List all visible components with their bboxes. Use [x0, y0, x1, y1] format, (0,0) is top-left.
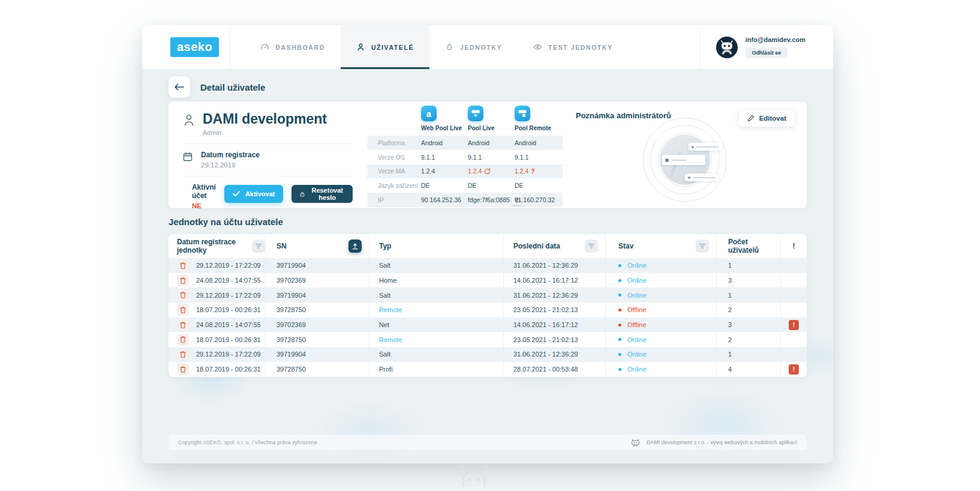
unit-registration-date: 24.08.2019 - 14:07:55: [196, 321, 261, 328]
unit-type[interactable]: Remote: [379, 336, 402, 343]
calendar-icon: [183, 152, 193, 161]
lock-icon: [300, 190, 305, 198]
trash-icon: [179, 262, 187, 270]
unit-type: Salt: [379, 262, 390, 269]
logout-button[interactable]: Odhlásit se: [745, 47, 788, 58]
credit-text: DAMI development s r.o. - vývoj webových…: [647, 439, 797, 445]
apps-cell: 9.1.1: [515, 154, 561, 161]
unit-last-data: 31.06.2021 - 12:36:29: [513, 351, 578, 358]
nav-item-jednotky[interactable]: JEDNOTKY: [429, 25, 518, 69]
delete-unit-button[interactable]: [177, 348, 189, 360]
droplet-icon: [445, 43, 454, 52]
update-icon[interactable]: [484, 168, 491, 175]
unit-user-count: 4: [728, 366, 732, 373]
unit-last-data: 31.06.2021 - 12:36:29: [513, 292, 578, 299]
app-name: Pool Remote: [515, 125, 561, 131]
apps-cell: 9.1.1: [468, 154, 515, 161]
table-row: 29.12.2019 - 17:22:09 39719904 Salt 31.0…: [169, 258, 807, 273]
delete-unit-button[interactable]: [177, 289, 189, 301]
edit-note-button[interactable]: Editovat: [739, 110, 795, 127]
pencil-icon: [747, 115, 754, 122]
trash-icon: [179, 336, 187, 343]
table-row: 18.07.2019 - 00:26:31 39728750 Remote 23…: [169, 303, 807, 318]
nav-item-dashboard[interactable]: DASHBOARD: [245, 25, 341, 69]
unit-user-count: 3: [728, 277, 732, 284]
nav-item-uzivatele[interactable]: UŽIVATELÉ: [341, 25, 429, 69]
filter-status-button[interactable]: [696, 239, 709, 253]
activate-label: Aktivovat: [245, 190, 275, 197]
unit-sn: 39702369: [276, 321, 306, 328]
apps-row: Jazyk zařízeníDEDEDE: [367, 178, 563, 193]
edit-note-label: Editovat: [759, 115, 786, 122]
person-icon: [356, 43, 365, 52]
trash-icon: [179, 366, 187, 373]
avatar[interactable]: [716, 37, 738, 58]
unit-type: Net: [379, 321, 389, 328]
delete-unit-button[interactable]: [177, 304, 189, 316]
unit-sn: 39728750: [276, 336, 306, 343]
back-button[interactable]: [169, 76, 190, 98]
unit-user-count: 2: [728, 306, 732, 313]
gauge-icon: [260, 43, 269, 52]
status-label: Online: [627, 351, 647, 358]
check-icon: [233, 191, 240, 197]
active-account-label: Aktivní účet: [192, 183, 216, 200]
app-col-pool-live: Pool Live: [468, 106, 515, 131]
unit-type: Salt: [379, 292, 390, 299]
app-name: Web Pool Live: [421, 125, 468, 131]
apps-cell: 1.2.4?: [515, 167, 561, 175]
table-row: 18.07.2019 - 00:26:31 39728750 Profi 28.…: [169, 362, 807, 377]
table-row: 29.12.2019 - 17:22:09 39719904 Salt 31.0…: [169, 347, 807, 362]
delete-unit-button[interactable]: [177, 259, 189, 271]
unit-type: Home: [379, 277, 396, 284]
aseko-logo[interactable]: aseko: [170, 37, 219, 57]
trash-icon: [179, 277, 187, 285]
unit-registration-date: 24.08.2019 - 14:07:55: [196, 277, 261, 284]
app-window: aseko DASHBOARD UŽIVATELÉ JEDNOTKY TEST …: [142, 25, 833, 463]
unit-type: Profi: [379, 366, 393, 373]
registration-label: Datum registrace: [201, 151, 260, 159]
delete-unit-button[interactable]: [177, 274, 189, 286]
column-header-typ: Typ: [379, 242, 391, 250]
app-footer: Copyright ASEKO, spol. s r. o. / Všechna…: [169, 435, 807, 450]
status-dot: [618, 309, 621, 312]
unit-user-count: 3: [728, 321, 732, 328]
status-label: Online: [627, 277, 647, 284]
unit-user-count: 1: [728, 292, 732, 299]
filter-date-button[interactable]: [252, 239, 265, 253]
status-label: Offline: [627, 306, 647, 313]
activate-button[interactable]: Aktivovat: [224, 185, 284, 203]
reset-password-button[interactable]: Resetovat heslo: [291, 185, 353, 203]
apps-header: a Web Pool Live Pool Live Pool Remote: [367, 101, 563, 136]
app-col-web-pool-live: a Web Pool Live: [421, 106, 468, 131]
units-section-title: Jednotky na účtu uživatele: [169, 217, 807, 227]
filter-icon: [588, 243, 595, 249]
apps-row: Verze MA1.2.41.2.41.2.4?: [367, 164, 563, 179]
unit-registration-date: 18.07.2019 - 00:26:31: [196, 306, 261, 313]
unit-last-data: 31.06.2021 - 12:36:29: [513, 262, 578, 269]
unit-registration-date: 29.12.2019 - 17:22:09: [196, 351, 261, 358]
unit-type[interactable]: Remote: [379, 306, 402, 313]
app-col-pool-remote: Pool Remote: [515, 106, 561, 131]
apps-row-label: Jazyk zařízení: [367, 182, 421, 189]
unit-last-data: 23.05.2021 - 21:02:13: [513, 336, 578, 343]
reset-password-label: Resetovat heslo: [310, 187, 344, 201]
delete-unit-button[interactable]: [177, 363, 189, 375]
unit-last-data: 14.06.2021 - 16:17:12: [513, 321, 578, 328]
apps-table-rows: PlatformaAndroidAndroidAndroidVerze OS9.…: [367, 136, 563, 207]
sort-sn-button[interactable]: [348, 239, 362, 253]
unit-user-count: 1: [728, 262, 732, 269]
question-icon[interactable]: ?: [531, 167, 534, 175]
trash-icon: [179, 321, 187, 329]
eye-icon: [533, 43, 542, 52]
filter-last-data-button[interactable]: [585, 239, 598, 253]
status-dot: [618, 368, 621, 371]
delete-unit-button[interactable]: [177, 319, 189, 331]
column-header-sn: SN: [276, 242, 287, 250]
delete-unit-button[interactable]: [177, 334, 189, 346]
main-nav: DASHBOARD UŽIVATELÉ JEDNOTKY TEST JEDNOT…: [245, 25, 629, 69]
user-role: Admin: [203, 129, 353, 136]
units-table: Datum registrace jednotky SN Typ Posledn…: [169, 234, 807, 377]
apps-cell: 90.164.252.36: [421, 196, 468, 203]
nav-item-test-jednotky[interactable]: TEST JEDNOTKY: [518, 25, 629, 69]
